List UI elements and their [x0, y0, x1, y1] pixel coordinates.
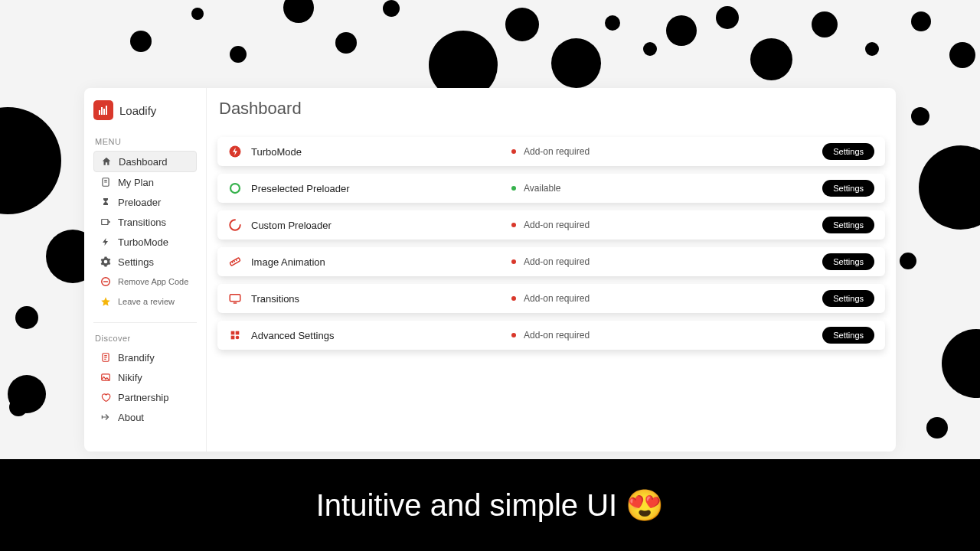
- status-text: Add-on required: [524, 146, 590, 157]
- status-text: Available: [524, 183, 560, 194]
- card-image-animation: Image Animation Add-on required Settings: [217, 247, 885, 276]
- svg-point-16: [230, 184, 240, 193]
- svg-rect-3: [106, 106, 107, 115]
- card-status: Add-on required: [511, 256, 822, 267]
- card-status: Add-on required: [511, 293, 822, 304]
- sidebar-item-my-plan[interactable]: My Plan: [93, 172, 197, 192]
- status-text: Add-on required: [524, 220, 590, 230]
- home-icon: [100, 155, 113, 168]
- bolt-circle-icon: [228, 145, 242, 158]
- status-dot-icon: [511, 186, 516, 191]
- sidebar-item-label: Partnership: [118, 392, 168, 403]
- star-icon: [100, 295, 112, 308]
- card-custom-preloader: Custom Preloader Add-on required Setting…: [217, 210, 885, 240]
- main-content: Dashboard TurboMode Add-on required Sett…: [207, 88, 896, 452]
- card-status: Available: [511, 183, 822, 194]
- sidebar-item-remove-app-code[interactable]: Remove App Code: [93, 272, 197, 292]
- svg-rect-21: [230, 295, 240, 302]
- sidebar-item-label: Leave a review: [118, 297, 175, 306]
- svg-rect-7: [102, 220, 108, 225]
- card-transitions: Transitions Add-on required Settings: [217, 284, 885, 313]
- brand-logo-icon: [93, 100, 113, 120]
- svg-line-20: [236, 259, 237, 261]
- ruler-icon: [228, 255, 242, 269]
- sidebar-item-label: My Plan: [118, 177, 154, 188]
- page-title: Dashboard: [214, 99, 888, 129]
- brand: Loadify: [93, 100, 197, 120]
- status-text: Add-on required: [524, 293, 590, 304]
- app-window: Loadify MENU Dashboard My Plan Preloader…: [84, 88, 896, 452]
- brandify-icon: [100, 351, 112, 364]
- card-preselected-preloader: Preselected Preloader Available Settings: [217, 174, 885, 203]
- gear-icon: [100, 256, 112, 268]
- sidebar-item-nikify[interactable]: Nikify: [93, 367, 197, 387]
- settings-button[interactable]: Settings: [822, 143, 874, 160]
- sidebar-item-label: Brandify: [118, 352, 155, 364]
- settings-button[interactable]: Settings: [822, 180, 874, 197]
- card-title: Transitions: [251, 293, 511, 305]
- spinner-icon: [228, 218, 242, 232]
- sidebar-item-label: Preloader: [118, 197, 161, 208]
- card-title: Custom Preloader: [251, 220, 511, 231]
- sidebar-item-preloader[interactable]: Preloader: [93, 192, 197, 212]
- document-icon: [100, 176, 112, 188]
- card-title: Image Animation: [251, 256, 511, 268]
- sidebar-item-settings[interactable]: Settings: [93, 252, 197, 272]
- card-title: Advanced Settings: [251, 330, 511, 341]
- card-status: Add-on required: [511, 220, 822, 230]
- sidebar-item-brandify[interactable]: Brandify: [93, 347, 197, 367]
- hourglass-icon: [100, 196, 112, 208]
- svg-rect-1: [101, 107, 103, 115]
- transitions-icon: [100, 216, 112, 228]
- svg-rect-0: [99, 110, 100, 115]
- sidebar-item-label: Remove App Code: [118, 277, 188, 286]
- sidebar-item-label: About: [118, 412, 144, 423]
- status-dot-icon: [511, 223, 516, 227]
- svg-rect-25: [231, 336, 235, 340]
- monitor-icon: [228, 292, 242, 305]
- settings-button[interactable]: Settings: [822, 217, 874, 233]
- svg-rect-24: [236, 331, 240, 335]
- sidebar-item-about[interactable]: About: [93, 407, 197, 427]
- sidebar: Loadify MENU Dashboard My Plan Preloader…: [84, 88, 207, 452]
- sidebar-item-partnership[interactable]: Partnership: [93, 387, 197, 407]
- sidebar-item-turbomode[interactable]: TurboMode: [93, 232, 197, 252]
- settings-button[interactable]: Settings: [822, 290, 874, 307]
- status-dot-icon: [511, 149, 516, 154]
- status-dot-icon: [511, 333, 516, 337]
- status-text: Add-on required: [524, 330, 590, 341]
- sidebar-item-label: Dashboard: [119, 156, 168, 168]
- settings-button[interactable]: Settings: [822, 253, 874, 270]
- svg-line-18: [232, 262, 233, 263]
- remove-icon: [100, 276, 112, 288]
- grid-icon: [228, 328, 242, 342]
- discover-section-label: Discover: [95, 334, 195, 343]
- about-icon: [100, 411, 112, 423]
- marketing-caption: Intuitive and simple UI 😍: [0, 459, 980, 551]
- svg-line-19: [234, 261, 235, 262]
- sidebar-item-label: Settings: [118, 256, 154, 268]
- circle-outline-icon: [228, 181, 242, 195]
- menu-section-label: MENU: [95, 137, 195, 146]
- nikify-icon: [100, 371, 112, 383]
- sidebar-item-label: Transitions: [118, 217, 166, 228]
- card-status: Add-on required: [511, 146, 822, 157]
- svg-rect-23: [231, 331, 235, 335]
- sidebar-item-label: Nikify: [118, 372, 142, 383]
- sidebar-item-leave-review[interactable]: Leave a review: [93, 292, 197, 311]
- status-dot-icon: [511, 259, 516, 264]
- card-title: TurboMode: [251, 146, 511, 158]
- card-advanced-settings: Advanced Settings Add-on required Settin…: [217, 321, 885, 350]
- heart-icon: [100, 391, 112, 403]
- card-list: TurboMode Add-on required Settings Prese…: [214, 129, 888, 357]
- card-title: Preselected Preloader: [251, 183, 511, 194]
- card-turbomode: TurboMode Add-on required Settings: [217, 137, 885, 166]
- sidebar-item-dashboard[interactable]: Dashboard: [93, 151, 197, 172]
- brand-name: Loadify: [119, 104, 156, 117]
- status-text: Add-on required: [524, 256, 590, 267]
- settings-button[interactable]: Settings: [822, 327, 874, 344]
- status-dot-icon: [511, 296, 516, 301]
- sidebar-item-transitions[interactable]: Transitions: [93, 212, 197, 232]
- bolt-icon: [100, 236, 112, 248]
- sidebar-item-label: TurboMode: [118, 236, 168, 248]
